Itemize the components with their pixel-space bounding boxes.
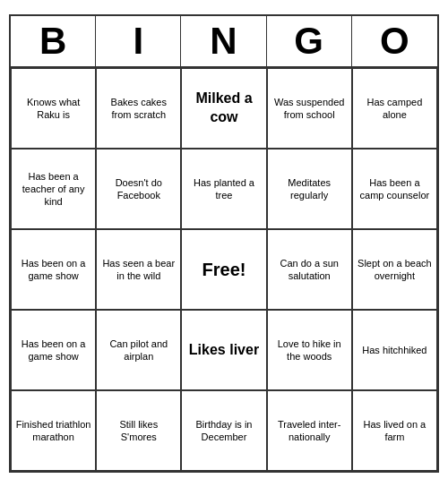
bingo-cell: Has been a teacher of any kind (11, 149, 96, 229)
bingo-grid: Knows what Raku isBakes cakes from scrat… (11, 68, 437, 471)
header-letter: I (96, 16, 181, 66)
bingo-cell: Finished triathlon marathon (11, 390, 96, 471)
bingo-cell: Doesn't do Facebook (96, 149, 181, 229)
bingo-cell: Was suspended from school (267, 68, 352, 149)
header-letter: N (181, 16, 266, 66)
bingo-cell: Traveled inter-nationally (267, 390, 352, 471)
bingo-cell: Can pilot and airplan (96, 310, 181, 390)
bingo-cell: Slept on a beach overnight (352, 229, 437, 310)
bingo-cell: Has been a camp counselor (352, 149, 437, 229)
bingo-header: BINGO (11, 16, 437, 68)
bingo-cell: Has lived on a farm (352, 390, 437, 471)
bingo-cell: Meditates regularly (267, 149, 352, 229)
bingo-cell: Bakes cakes from scratch (96, 68, 181, 149)
bingo-cell: Has planted a tree (181, 149, 266, 229)
bingo-cell: Milked a cow (181, 68, 266, 149)
bingo-cell: Birthday is in December (181, 390, 266, 471)
bingo-cell: Has seen a bear in the wild (96, 229, 181, 310)
bingo-cell: Free! (181, 229, 266, 310)
bingo-cell: Has hitchhiked (352, 310, 437, 390)
bingo-card: BINGO Knows what Raku isBakes cakes from… (9, 14, 439, 473)
bingo-cell: Has camped alone (352, 68, 437, 149)
bingo-cell: Has been on a game show (11, 310, 96, 390)
bingo-cell: Still likes S'mores (96, 390, 181, 471)
bingo-cell: Has been on a game show (11, 229, 96, 310)
bingo-cell: Knows what Raku is (11, 68, 96, 149)
header-letter: B (11, 16, 96, 66)
bingo-cell: Likes liver (181, 310, 266, 390)
header-letter: O (352, 16, 437, 66)
bingo-cell: Love to hike in the woods (267, 310, 352, 390)
bingo-cell: Can do a sun salutation (267, 229, 352, 310)
header-letter: G (267, 16, 352, 66)
